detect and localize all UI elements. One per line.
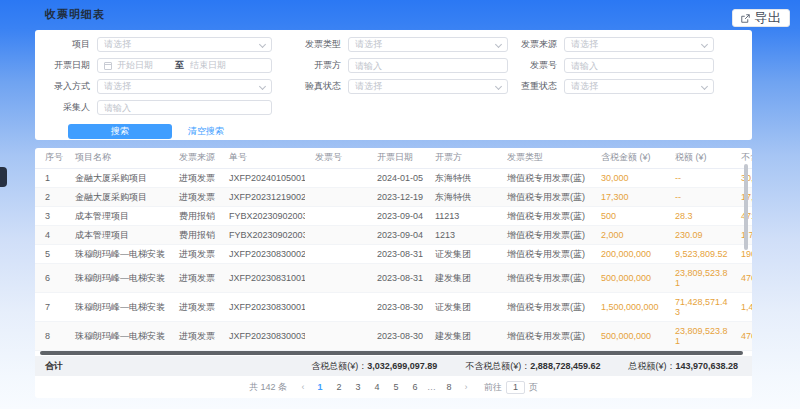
cell-invoice-type: 增值税专用发票(蓝): [497, 187, 591, 206]
filter-panel: 项目 请选择 发票类型 请选择 发票来源 请选择 开票日期 开始日期 至 结束日…: [35, 30, 752, 140]
cell-amount-without-tax: 190,476,190.48: [731, 244, 752, 263]
cell-project-name: 珠穆朗玛峰—电梯安装: [65, 321, 169, 350]
invoice-no-label: 发票号: [508, 59, 564, 72]
issuer-input[interactable]: [355, 61, 501, 71]
cell-amount-without-tax: 476,190,476.19: [731, 263, 752, 292]
cell-amount-without-tax: 17,300: [731, 187, 752, 206]
invoice-no-input[interactable]: [571, 61, 707, 71]
goto-page-input[interactable]: [506, 381, 525, 394]
cell-issuer: 证发集团: [425, 244, 497, 263]
page-button-8[interactable]: 8: [442, 380, 456, 394]
cell-amount-with-tax: 1,500,000,000: [591, 292, 665, 321]
cell-index: 5: [35, 244, 65, 263]
cell-tax-amount: 23,809,523.81: [665, 263, 731, 292]
cell-invoice-type: 增值税专用发票(蓝): [497, 225, 591, 244]
cell-index: 4: [35, 225, 65, 244]
invoice-type-select[interactable]: 请选择: [348, 37, 508, 52]
table-scroll-area: 序号项目名称发票来源单号发票号开票日期开票方发票类型含税金额 (¥)税额 (¥)…: [35, 148, 752, 352]
cell-tax-amount: 23,809,523.81: [665, 321, 731, 350]
clear-search-link[interactable]: 清空搜索: [188, 125, 224, 138]
pagination-total: 共 142 条: [249, 381, 287, 394]
cell-tax-amount: 71,428,571.43: [665, 292, 731, 321]
cell-project-name: 成本管理项目: [65, 206, 169, 225]
cell-issuer: 证发集团: [425, 292, 497, 321]
invoice-table-panel: 序号项目名称发票来源单号发票号开票日期开票方发票类型含税金额 (¥)税额 (¥)…: [35, 148, 752, 398]
pagination: 共 142 条 ‹ 123456…8 › 前往 页: [35, 379, 752, 395]
invoice-table: 序号项目名称发票来源单号发票号开票日期开票方发票类型含税金额 (¥)税额 (¥)…: [35, 148, 752, 351]
date-separator: 至: [175, 59, 184, 72]
cell-invoice-type: 增值税专用发票(蓝): [497, 206, 591, 225]
cell-amount-without-tax: 1,428,571,428.57: [731, 292, 752, 321]
cell-invoice-date: 2023-09-04: [367, 206, 425, 225]
cell-doc-no: JXFP20230830003: [219, 321, 305, 350]
page-button-3[interactable]: 3: [351, 380, 365, 394]
cell-invoice-type: 增值税专用发票(蓝): [497, 168, 591, 187]
next-page-button[interactable]: ›: [461, 382, 471, 392]
cell-amount-with-tax: 17,300: [591, 187, 665, 206]
cell-invoice-type: 增值税专用发票(蓝): [497, 263, 591, 292]
cell-issuer: 东海特供: [425, 187, 497, 206]
page-button-6[interactable]: 6: [408, 380, 422, 394]
column-header-invoice-no: 发票号: [305, 148, 367, 168]
export-label: 导出: [754, 9, 781, 27]
cell-index: 3: [35, 206, 65, 225]
horizontal-scrollbar[interactable]: [40, 351, 743, 355]
cell-invoice-no: [305, 292, 367, 321]
column-header-project-name: 项目名称: [65, 148, 169, 168]
cell-invoice-no: [305, 225, 367, 244]
cell-invoice-no: [305, 168, 367, 187]
untaxed-total: 不含税总额(¥)：2,888,728,459.62: [465, 360, 600, 373]
cell-project-name: 珠穆朗玛峰—电梯安装: [65, 292, 169, 321]
column-header-amount-with-tax: 含税金额 (¥): [591, 148, 665, 168]
dup-status-select[interactable]: 请选择: [564, 79, 714, 94]
invoice-source-label: 发票来源: [508, 38, 564, 51]
export-button[interactable]: 导出: [732, 9, 790, 27]
verify-status-select[interactable]: 请选择: [348, 79, 508, 94]
column-header-doc-no: 单号: [219, 148, 305, 168]
page-button-1[interactable]: 1: [313, 380, 327, 394]
cell-invoice-date: 2023-08-31: [367, 244, 425, 263]
chevron-down-icon: [259, 83, 266, 90]
cell-invoice-no: [305, 244, 367, 263]
cell-project-name: 金融大厦采购项目: [65, 187, 169, 206]
prev-page-button[interactable]: ‹: [298, 382, 308, 392]
column-header-tax-amount: 税额 (¥): [665, 148, 731, 168]
invoice-date-range[interactable]: 开始日期 至 结束日期: [97, 58, 272, 73]
invoice-type-label: 发票类型: [272, 38, 348, 51]
project-select[interactable]: 请选择: [97, 37, 272, 52]
cell-index: 2: [35, 187, 65, 206]
search-button[interactable]: 搜索: [68, 124, 172, 139]
cell-project-name: 金融大厦采购项目: [65, 168, 169, 187]
vertical-scrollbar[interactable]: [744, 164, 748, 250]
entry-method-select[interactable]: 请选择: [97, 79, 272, 94]
cell-invoice-date: 2023-09-04: [367, 225, 425, 244]
column-header-invoice-type: 发票类型: [497, 148, 591, 168]
cell-invoice-type: 增值税专用发票(蓝): [497, 244, 591, 263]
verify-status-label: 验真状态: [272, 80, 348, 93]
cell-tax-amount: 230.09: [665, 225, 731, 244]
column-header-index: 序号: [35, 148, 65, 168]
cell-doc-no: JXFP20231219002: [219, 187, 305, 206]
cell-index: 8: [35, 321, 65, 350]
cell-project-name: 珠穆朗玛峰—电梯安装: [65, 244, 169, 263]
cell-amount-with-tax: 200,000,000: [591, 244, 665, 263]
collector-input[interactable]: [104, 103, 265, 113]
page-button-5[interactable]: 5: [389, 380, 403, 394]
page-button-4[interactable]: 4: [370, 380, 384, 394]
page-button-2[interactable]: 2: [332, 380, 346, 394]
sidebar-expand-handle[interactable]: [0, 167, 7, 187]
cell-project-name: 成本管理项目: [65, 225, 169, 244]
cell-invoice-date: 2023-08-30: [367, 321, 425, 350]
export-icon: [741, 14, 750, 23]
taxed-total: 含税总额(¥)：3,032,699,097.89: [311, 360, 437, 373]
cell-doc-no: JXFP20230830001: [219, 292, 305, 321]
cell-invoice-type: 增值税专用发票(蓝): [497, 292, 591, 321]
cell-amount-without-tax: 30,000: [731, 168, 752, 187]
cell-issuer: 东海特供: [425, 168, 497, 187]
summary-row: 合计 含税总额(¥)：3,032,699,097.89 不含税总额(¥)：2,8…: [35, 356, 752, 376]
cell-index: 6: [35, 263, 65, 292]
table-row: 5珠穆朗玛峰—电梯安装进项发票JXFP202308300022023-08-31…: [35, 244, 752, 263]
table-row: 4成本管理项目费用报销FYBX202309020032023-09-041213…: [35, 225, 752, 244]
invoice-source-select[interactable]: 请选择: [564, 37, 714, 52]
cell-invoice-date: 2023-08-30: [367, 292, 425, 321]
